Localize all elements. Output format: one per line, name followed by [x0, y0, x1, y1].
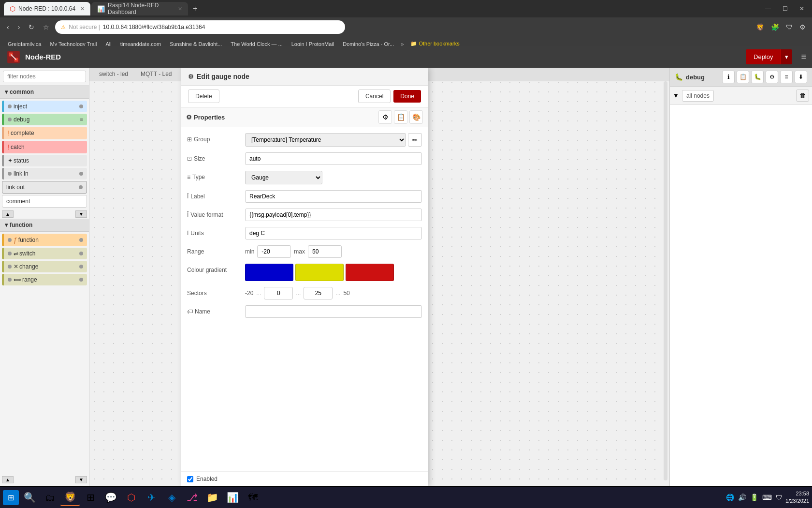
taskbar-discord[interactable]: 💬 [101, 489, 120, 506]
canvas-scrollbar-v[interactable] [664, 81, 667, 480]
colour-swatch-3[interactable] [346, 264, 394, 281]
taskbar-browser[interactable]: 🦁 [60, 489, 80, 506]
palette-node-inject[interactable]: inject [2, 101, 87, 112]
sector-input-2[interactable] [304, 287, 333, 299]
palette-node-status[interactable]: ✦ status [2, 155, 87, 166]
palette-header-common[interactable]: ▾ common [0, 86, 89, 99]
palette-change-label: change [19, 263, 38, 270]
enabled-label[interactable]: Enabled [196, 476, 218, 482]
taskbar-terminal[interactable]: ⊞ [81, 489, 100, 506]
size-input[interactable] [245, 152, 422, 165]
debug-down-icon[interactable]: ⬇ [795, 71, 807, 83]
debug-list-icon[interactable]: 📋 [737, 71, 749, 83]
palette-node-function[interactable]: ƒ function [2, 234, 87, 246]
enabled-checkbox[interactable] [187, 476, 193, 482]
units-input[interactable] [245, 227, 422, 239]
group-edit-button[interactable]: ✏ [408, 133, 422, 147]
shield-icon[interactable]: 🛡 [783, 21, 795, 33]
edit-dialog: ⚙ Edit gauge node Delete Cancel Done ⚙ P… [181, 68, 428, 486]
done-button[interactable]: Done [393, 90, 421, 103]
deploy-button[interactable]: Deploy [746, 49, 781, 64]
palette-node-link-out[interactable]: link out [2, 181, 87, 194]
properties-icon: ⚙ [186, 114, 192, 121]
palette-scroll-up[interactable]: ▲ [2, 210, 14, 218]
taskbar-git[interactable]: ⎇ [182, 489, 202, 506]
taskbar-telegram[interactable]: ✈ [142, 489, 161, 506]
tab-doc-icon[interactable]: 📋 [394, 110, 407, 124]
bookmark-button[interactable]: ☆ [40, 21, 52, 33]
edit-actions: Delete Cancel Done [181, 86, 428, 107]
range-min-input[interactable] [257, 245, 291, 258]
colour-swatch-1[interactable] [245, 264, 293, 281]
tab-appearance-icon[interactable]: 🎨 [409, 110, 423, 124]
deploy-dropdown-button[interactable]: ▾ [781, 49, 792, 64]
taskbar-vscode[interactable]: ◈ [162, 489, 181, 506]
sector-input-1[interactable] [264, 287, 293, 299]
win-maximize-button[interactable]: ☐ [779, 3, 792, 14]
nr-menu-button[interactable]: ≡ [801, 52, 806, 62]
canvas-tab-switch-led[interactable]: switch - led [93, 69, 134, 80]
palette-search-input[interactable] [3, 71, 86, 82]
network-icon[interactable]: 🌐 [725, 493, 735, 502]
taskbar-excel[interactable]: 📊 [223, 489, 242, 506]
name-input[interactable] [245, 305, 422, 318]
address-bar[interactable]: ⚠ Not secure | 10.0.0.64:1880/#flow/38ab… [55, 20, 345, 34]
debug-more-icon[interactable]: ≡ [780, 71, 793, 83]
delete-button[interactable]: Delete [188, 90, 219, 103]
palette-header-function[interactable]: ▾ function [0, 219, 89, 232]
palette-node-link-in[interactable]: link in [2, 168, 87, 179]
tab-close-dashboard[interactable]: ✕ [178, 6, 182, 12]
taskbar-node-red[interactable]: ⬡ [121, 489, 141, 506]
tab-dashboard[interactable]: 📊 Raspi14 Node-RED Dashboard ✕ [91, 2, 188, 15]
label-input[interactable] [245, 190, 422, 203]
tab-close-node-red[interactable]: ✕ [80, 6, 85, 12]
settings-icon[interactable]: ⚙ [797, 21, 808, 33]
taskbar-files[interactable]: 🗂 [40, 489, 59, 506]
win-close-button[interactable]: ✕ [796, 3, 808, 14]
back-button[interactable]: ‹ [4, 21, 12, 33]
flow-canvas[interactable]: switch - led MQTT - Led ↕ timestamp ↻ ƒ … [89, 68, 669, 486]
tab-node-red[interactable]: ⬡ Node-RED : 10.0.0.64 ✕ [4, 2, 90, 15]
colour-swatch-2[interactable] [295, 264, 344, 281]
vpn-icon[interactable]: 🛡 [775, 493, 783, 502]
palette-node-change[interactable]: ✕ change [2, 261, 87, 272]
group-select[interactable]: [Temperature] Temperature [245, 133, 406, 147]
debug-settings-icon[interactable]: ⚙ [766, 71, 778, 83]
palette-scroll-down[interactable]: ▼ [75, 210, 87, 218]
keyboard-icon[interactable]: ⌨ [761, 493, 773, 502]
port-right-linkout [79, 185, 83, 189]
volume-icon[interactable]: 🔊 [737, 493, 747, 502]
palette-node-comment[interactable]: comment [2, 195, 87, 208]
palette-node-range[interactable]: ⟺ range [2, 274, 87, 285]
refresh-button[interactable]: ↻ [26, 21, 37, 33]
debug-delete-button[interactable]: 🗑 [796, 90, 809, 102]
palette-node-switch[interactable]: ⇌ switch [2, 248, 87, 259]
debug-info-icon[interactable]: ℹ [722, 71, 735, 83]
taskbar-folder[interactable]: 📁 [203, 489, 222, 506]
canvas-tab-mqtt-led[interactable]: MQTT - Led [135, 69, 177, 80]
win-minimize-button[interactable]: — [761, 3, 775, 14]
extensions-icon[interactable]: 🧩 [768, 21, 782, 33]
value-format-input[interactable] [245, 209, 422, 221]
filter-all-nodes-button[interactable]: all nodes [682, 90, 714, 102]
cancel-button[interactable]: Cancel [358, 90, 391, 103]
new-tab-button[interactable]: + [189, 4, 201, 13]
battery-icon[interactable]: 🔋 [749, 493, 759, 502]
palette-node-complete[interactable]: ! complete [2, 127, 87, 139]
taskbar-maps[interactable]: 🗺 [243, 489, 262, 506]
palette-scroll-up-bottom[interactable]: ▲ [2, 476, 14, 483]
type-select[interactable]: GaugeDonutCompassLevelWave [245, 171, 322, 184]
palette-scroll-down-bottom[interactable]: ▼ [75, 476, 87, 483]
start-button[interactable]: ⊞ [3, 490, 19, 505]
range-max-input[interactable] [308, 245, 342, 258]
palette-node-catch[interactable]: ! catch [2, 141, 87, 153]
palette-scroll-common: ▲ ▼ [0, 209, 89, 219]
range-label: Range [187, 245, 240, 255]
taskbar-search[interactable]: 🔍 [20, 489, 39, 506]
forward-button[interactable]: › [15, 21, 23, 33]
tab-settings-icon[interactable]: ⚙ [378, 110, 392, 124]
palette-node-debug[interactable]: debug ≡ [2, 114, 87, 125]
taskbar-clock[interactable]: 23:58 1/23/2021 [785, 490, 809, 505]
debug-bug-icon[interactable]: 🐛 [751, 71, 764, 83]
brave-icon[interactable]: 🦁 [754, 21, 767, 33]
